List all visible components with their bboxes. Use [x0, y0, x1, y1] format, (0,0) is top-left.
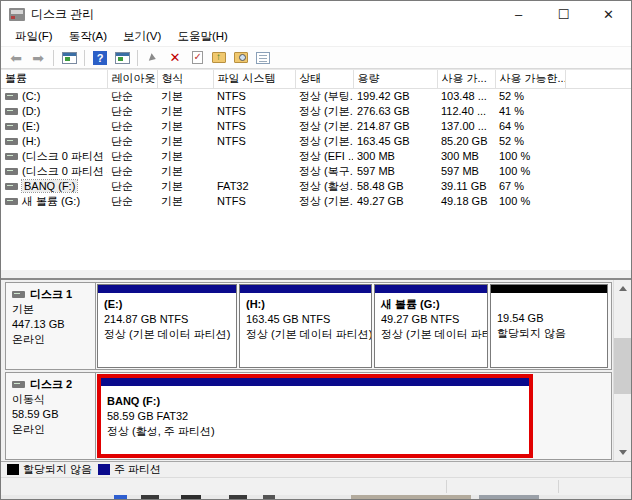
primary-partition-stripe	[375, 285, 487, 293]
pane-splitter[interactable]	[1, 270, 631, 278]
partition-e[interactable]: (E:) 214.87 GB NTFS 정상 (기본 데이터 파티션)	[97, 284, 237, 368]
disk-1-size: 447.13 GB	[12, 317, 93, 332]
status-separator	[558, 480, 559, 493]
scrollbar-track[interactable]	[614, 297, 631, 444]
col-capacity[interactable]: 용량	[353, 70, 437, 88]
unallocated-stripe	[491, 285, 607, 293]
scroll-up-icon[interactable]	[614, 280, 631, 297]
volume-icon	[5, 198, 18, 205]
selected-volume-label: BANQ (F:)	[22, 180, 77, 192]
graphical-view-pane: 디스크 1 기본 447.13 GB 온라인 (E:) 214.87 GB NT…	[1, 280, 631, 461]
table-header-row: 볼륨 레이아웃 형식 파일 시스템 상태 용량 사용 가... 사용 가능한..…	[1, 70, 631, 88]
table-row-disk0-part4[interactable]: (디스크 0 파티션 4) 단순 기본 정상 (복구... 597 MB 597…	[1, 164, 631, 179]
disk-1-state: 온라인	[12, 332, 93, 347]
disk-1-kind: 기본	[12, 302, 93, 317]
table-row-banq-f[interactable]: BANQ (F:) 단순 기본 FAT32 정상 (활성... 58.48 GB…	[1, 179, 631, 194]
col-empty	[565, 70, 631, 88]
status-bar	[1, 477, 631, 495]
table-row-disk0-part1[interactable]: (디스크 0 파티션 1) 단순 기본 정상 (EFI ... 300 MB 3…	[1, 149, 631, 164]
console-tree-icon[interactable]	[111, 48, 133, 68]
partition-f-selected[interactable]: BANQ (F:) 58.59 GB FAT32 정상 (활성, 주 파티션)	[97, 374, 533, 458]
pointer-icon[interactable]	[142, 48, 164, 68]
col-layout[interactable]: 레이아웃	[107, 70, 157, 88]
table-row-d[interactable]: (D:) 단순 기본 NTFS 정상 (기본... 276.63 GB 112.…	[1, 104, 631, 119]
primary-partition-stripe	[101, 378, 529, 386]
unallocated-swatch	[7, 464, 19, 475]
scrollbar-thumb[interactable]	[614, 338, 631, 394]
legend-unallocated: 할당되지 않음	[7, 462, 92, 477]
close-button[interactable]: ✕	[586, 1, 631, 27]
toolbar-separator	[137, 50, 138, 66]
toolbar: ⬅ ➡ ? ✕	[1, 47, 631, 69]
table-row-e[interactable]: (E:) 단순 기본 NTFS 정상 (기본... 214.87 GB 137.…	[1, 119, 631, 134]
maximize-button[interactable]: ☐	[541, 1, 586, 27]
volume-icon	[5, 153, 18, 160]
volume-list-pane: 볼륨 레이아웃 형식 파일 시스템 상태 용량 사용 가... 사용 가능한..…	[1, 69, 631, 270]
primary-partition-stripe	[98, 285, 236, 293]
volume-icon	[5, 108, 18, 115]
legend-primary-partition: 주 파티션	[98, 462, 161, 477]
delete-volume-icon[interactable]: ✕	[164, 48, 186, 68]
disk-2-state: 온라인	[12, 422, 93, 437]
details-view-icon[interactable]	[252, 48, 274, 68]
help-icon[interactable]: ?	[89, 48, 111, 68]
volume-icon	[5, 93, 18, 100]
scroll-down-icon[interactable]	[614, 444, 631, 461]
col-free[interactable]: 사용 가...	[437, 70, 495, 88]
table-row-h[interactable]: (H:) 단순 기본 NTFS 정상 (기본... 163.45 GB 85.2…	[1, 134, 631, 149]
unallocated-space[interactable]: 19.54 GB 할당되지 않음	[490, 284, 608, 368]
title-bar: 디스크 관리 – ☐ ✕	[1, 1, 631, 27]
minimize-button[interactable]: –	[496, 1, 541, 27]
col-status[interactable]: 상태	[295, 70, 353, 88]
table-row-new-volume-g[interactable]: 새 볼륨 (G:) 단순 기본 NTFS 정상 (기본... 49.27 GB …	[1, 194, 631, 209]
disk-1-row: 디스크 1 기본 447.13 GB 온라인 (E:) 214.87 GB NT…	[5, 282, 612, 370]
vertical-scrollbar	[613, 280, 631, 461]
disk-2-row: 디스크 2 이동식 58.59 GB 온라인 BANQ (F:) 58.59 G…	[5, 372, 612, 460]
disk-icon	[12, 291, 25, 298]
forward-icon[interactable]: ➡	[27, 48, 49, 68]
col-type[interactable]: 형식	[157, 70, 213, 88]
disk-2-header[interactable]: 디스크 2 이동식 58.59 GB 온라인	[6, 373, 96, 459]
legend-bar: 할당되지 않음 주 파티션	[1, 461, 631, 477]
volume-icon	[5, 123, 18, 130]
primary-partition-stripe	[240, 285, 371, 293]
check-document-icon[interactable]	[186, 48, 208, 68]
disk-management-app-icon	[9, 8, 25, 21]
console-window-icon[interactable]	[58, 48, 80, 68]
taskbar-sliver	[1, 495, 631, 499]
window-title: 디스크 관리	[31, 6, 94, 23]
disk-2-kind: 이동식	[12, 392, 93, 407]
menu-view[interactable]: 보기(V)	[115, 27, 169, 46]
primary-partition-swatch	[98, 464, 110, 475]
toolbar-separator	[84, 50, 85, 66]
menu-action[interactable]: 동작(A)	[61, 27, 115, 46]
menu-file[interactable]: 파일(F)	[7, 27, 61, 46]
folder-up-icon[interactable]	[208, 48, 230, 68]
col-filesystem[interactable]: 파일 시스템	[213, 70, 295, 88]
disk-1-header[interactable]: 디스크 1 기본 447.13 GB 온라인	[6, 283, 96, 369]
disk-2-size: 58.59 GB	[12, 407, 93, 422]
volume-icon	[5, 168, 18, 175]
disk-management-window: 디스크 관리 – ☐ ✕ 파일(F) 동작(A) 보기(V) 도움말(H) ⬅ …	[0, 0, 632, 500]
menu-help[interactable]: 도움말(H)	[169, 27, 235, 46]
back-icon[interactable]: ⬅	[5, 48, 27, 68]
disk-icon	[12, 381, 25, 388]
volume-icon	[5, 138, 18, 145]
toolbar-separator	[53, 50, 54, 66]
menu-bar: 파일(F) 동작(A) 보기(V) 도움말(H)	[1, 27, 631, 47]
col-volume[interactable]: 볼륨	[1, 70, 107, 88]
status-separator	[446, 480, 447, 493]
col-pct-free[interactable]: 사용 가능한...	[495, 70, 565, 88]
partition-h[interactable]: (H:) 163.45 GB NTFS 정상 (기본 데이터 파티션)	[239, 284, 372, 368]
volume-icon	[5, 183, 18, 190]
folder-search-icon[interactable]	[230, 48, 252, 68]
table-row-c[interactable]: (C:) 단순 기본 NTFS 정상 (부팅... 199.42 GB 103.…	[1, 88, 631, 104]
partition-g[interactable]: 새 볼륨 (G:) 49.27 GB NTFS 정상 (기본 데이터 파티션)	[374, 284, 488, 368]
